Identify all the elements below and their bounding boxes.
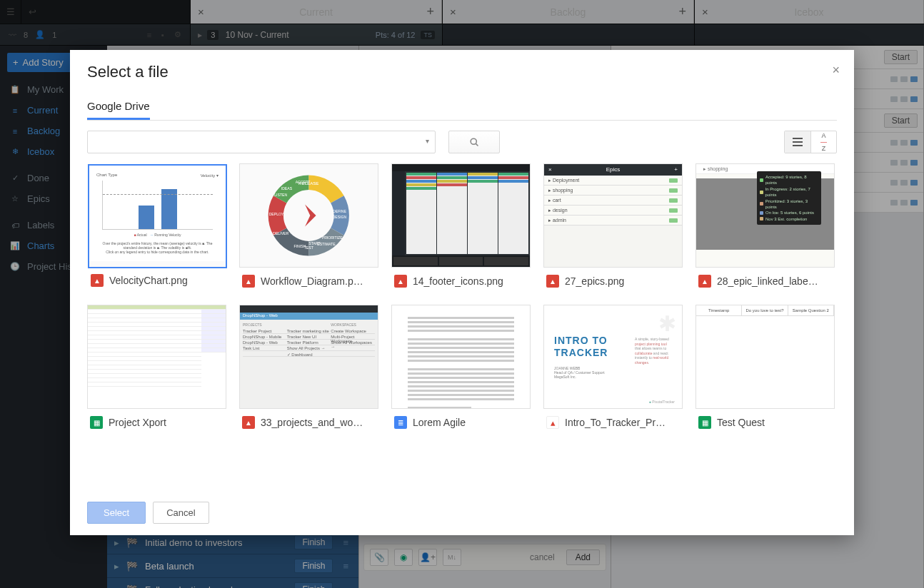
file-thumbnail: TimestampDo you love to test?Sample Ques… bbox=[695, 305, 835, 409]
file-name: VelocityChart.png bbox=[109, 275, 188, 286]
chevron-down-icon: ▾ bbox=[426, 137, 429, 145]
cancel-button[interactable]: Cancel bbox=[153, 502, 209, 524]
sheet-file-icon: ▦ bbox=[698, 416, 711, 429]
file-tile[interactable]: ✱INTRO TOTRACKERJOANNE WEBBHead of QA / … bbox=[543, 305, 683, 429]
svg-text:DEPLOY: DEPLOY bbox=[269, 212, 284, 216]
file-tile[interactable]: DropNShop - WebPROJECTSWORKSPACESTracker… bbox=[239, 305, 378, 429]
file-tile[interactable]: Epics +×▸ Deployment▸ shopping▸ cart▸ de… bbox=[543, 163, 683, 292]
svg-text:PRIORITIZE: PRIORITIZE bbox=[322, 235, 343, 240]
file-tile[interactable]: Chart TypeVelocity ▾■ Actual → Running V… bbox=[87, 163, 226, 292]
file-name: 33_projects_and_wo… bbox=[261, 417, 363, 428]
img-file-icon: ▲ bbox=[91, 274, 104, 287]
file-name: 14_footer_icons.png bbox=[413, 275, 503, 287]
file-picker-modal: Select a file × Google Drive ▾ A—Z Chart… bbox=[70, 50, 854, 535]
doc-file-icon: ≣ bbox=[394, 416, 407, 429]
file-tile[interactable]: ▦ Project Xport bbox=[87, 305, 226, 429]
svg-rect-3 bbox=[793, 141, 803, 143]
file-tile[interactable]: ≣ Lorem Agile bbox=[391, 305, 531, 429]
file-name: 27_epics.png bbox=[565, 275, 624, 287]
sort-az-button[interactable]: A—Z bbox=[810, 131, 836, 153]
svg-text:START: START bbox=[309, 241, 321, 245]
modal-title: Select a file bbox=[87, 63, 837, 81]
svg-text:LISTEN: LISTEN bbox=[274, 193, 287, 197]
svg-text:DEFINE: DEFINE bbox=[333, 209, 346, 213]
svg-point-0 bbox=[471, 138, 476, 144]
file-name: Test Quest bbox=[717, 417, 765, 428]
file-thumbnail: RELEASE DEFINE DESIGN PRIORITIZE ESTIMAT… bbox=[239, 163, 378, 268]
svg-line-1 bbox=[476, 143, 478, 146]
file-name: Project Xport bbox=[109, 417, 166, 428]
file-thumbnail bbox=[87, 305, 226, 409]
svg-text:FINISH: FINISH bbox=[294, 244, 306, 248]
pdf-file-icon: ▴ bbox=[546, 416, 559, 429]
img-file-icon: ▲ bbox=[242, 275, 255, 288]
modal-toolbar: ▾ A—Z bbox=[70, 121, 854, 163]
svg-rect-2 bbox=[793, 138, 803, 139]
file-thumbnail: ▸ shoppingAccepted: 9 stories, 8 pointsI… bbox=[695, 163, 835, 268]
view-toggle: A—Z bbox=[784, 131, 837, 153]
search-button[interactable] bbox=[448, 131, 500, 153]
svg-text:DESIGN: DESIGN bbox=[333, 215, 347, 219]
file-tile[interactable]: ▸ shoppingAccepted: 9 stories, 8 pointsI… bbox=[695, 163, 835, 292]
svg-rect-4 bbox=[793, 145, 803, 146]
file-thumbnail: Epics +×▸ Deployment▸ shopping▸ cart▸ de… bbox=[543, 163, 683, 268]
img-file-icon: ▲ bbox=[698, 275, 711, 288]
file-thumbnail bbox=[391, 163, 531, 268]
modal-footer: Select Cancel bbox=[70, 490, 854, 535]
img-file-icon: ▲ bbox=[242, 416, 255, 429]
file-thumbnail: DropNShop - WebPROJECTSWORKSPACESTracker… bbox=[239, 305, 378, 409]
file-thumbnail: Chart TypeVelocity ▾■ Actual → Running V… bbox=[88, 164, 227, 268]
file-tile[interactable]: ▲ 14_footer_icons.png bbox=[391, 163, 531, 292]
file-grid: Chart TypeVelocity ▾■ Actual → Running V… bbox=[70, 163, 854, 429]
svg-text:ACCEPT: ACCEPT bbox=[296, 180, 311, 184]
select-button[interactable]: Select bbox=[87, 502, 146, 524]
img-file-icon: ▲ bbox=[394, 275, 407, 288]
img-file-icon: ▲ bbox=[546, 275, 559, 288]
file-name: Lorem Agile bbox=[413, 417, 466, 428]
close-icon[interactable]: × bbox=[832, 63, 840, 78]
search-combo[interactable]: ▾ bbox=[87, 131, 436, 153]
file-tile[interactable]: TimestampDo you love to test?Sample Ques… bbox=[695, 305, 835, 429]
file-name: 28_epic_linked_labe… bbox=[717, 275, 818, 287]
file-thumbnail: ✱INTRO TOTRACKERJOANNE WEBBHead of QA / … bbox=[543, 305, 683, 409]
file-name: Intro_To_Tracker_Pr… bbox=[565, 417, 666, 428]
list-view-button[interactable] bbox=[785, 131, 810, 153]
file-thumbnail bbox=[391, 305, 531, 409]
svg-text:IDEAS: IDEAS bbox=[281, 186, 293, 191]
sheet-file-icon: ▦ bbox=[90, 416, 103, 429]
svg-text:DELIVER: DELIVER bbox=[273, 231, 288, 235]
file-name: Workflow_Diagram.p… bbox=[261, 275, 363, 287]
search-icon bbox=[469, 137, 480, 148]
file-tile[interactable]: RELEASE DEFINE DESIGN PRIORITIZE ESTIMAT… bbox=[239, 163, 378, 292]
tab-google-drive[interactable]: Google Drive bbox=[87, 94, 150, 120]
